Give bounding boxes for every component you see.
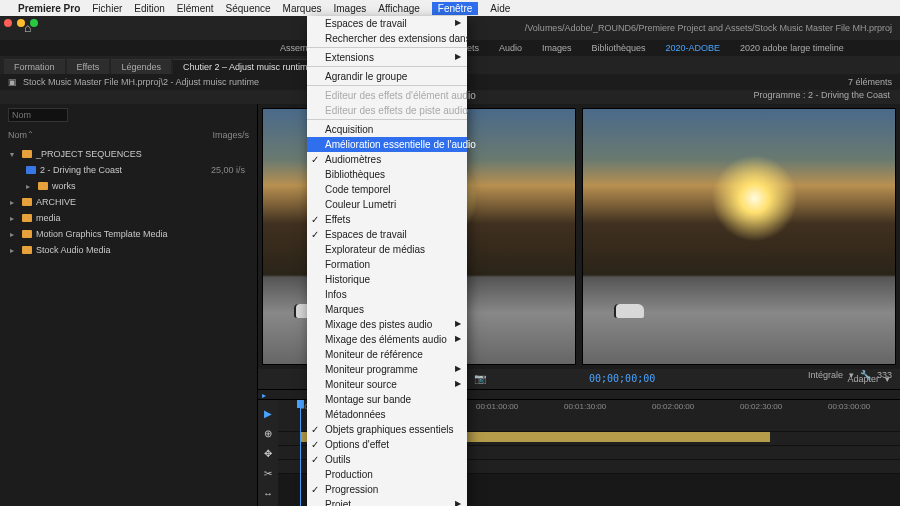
ws-images[interactable]: Images [542, 43, 572, 53]
search-input[interactable] [8, 108, 68, 122]
menu-item[interactable]: Acquisition [307, 122, 467, 137]
menu-item[interactable]: Audiomètres✓ [307, 152, 467, 167]
menu-item[interactable]: Moniteur programme▶ [307, 362, 467, 377]
tree-seq[interactable]: 2 - Driving the Coast25,00 i/s [4, 162, 253, 178]
bin-icon: ▣ [8, 77, 17, 87]
app-name[interactable]: Premiere Pro [18, 3, 80, 14]
menu-item[interactable]: Production [307, 467, 467, 482]
menu-item[interactable]: Métadonnées [307, 407, 467, 422]
menu-item[interactable]: Infos [307, 287, 467, 302]
menu-item[interactable]: Historique [307, 272, 467, 287]
tree-root[interactable]: ▾_PROJECT SEQUENCES [4, 146, 253, 162]
menu-item[interactable]: Mixage des éléments audio▶ [307, 332, 467, 347]
menu-item[interactable]: Options d'effet✓ [307, 437, 467, 452]
menu-fichier[interactable]: Fichier [92, 3, 122, 14]
tab-formation[interactable]: Formation [4, 59, 65, 74]
ws-2020-adobe[interactable]: 2020-ADOBE [666, 43, 721, 53]
column-headers: Nom⌃ Images/s [0, 126, 257, 144]
project-title: Stock Music Master File MH.prproj\2 - Ad… [23, 77, 259, 87]
ws-large-timeline[interactable]: 2020 adobe large timeline [740, 43, 844, 53]
project-path: /Volumes/Adobe/_ROUND6/Premiere Project … [525, 23, 892, 33]
tree-works[interactable]: ▸works [4, 178, 253, 194]
folder-icon [22, 230, 32, 238]
ruler-mark: 00:03:00:00 [828, 402, 870, 411]
menu-item[interactable]: Espaces de travail▶ [307, 16, 467, 31]
tree-archive[interactable]: ▸ARCHIVE [4, 194, 253, 210]
menu-item[interactable]: Outils✓ [307, 452, 467, 467]
ruler-mark: 00:01:30:00 [564, 402, 606, 411]
sequence-icon [26, 166, 36, 174]
menu-affichage[interactable]: Affichage [378, 3, 420, 14]
submenu-arrow-icon: ▶ [455, 379, 461, 388]
selection-tool-icon[interactable]: ▶ [261, 406, 275, 420]
menu-item[interactable]: Amélioration essentielle de l'audio [307, 137, 467, 152]
tree-media[interactable]: ▸media [4, 210, 253, 226]
close-window-icon[interactable] [4, 19, 12, 27]
menu-edition[interactable]: Edition [134, 3, 165, 14]
menu-fenetre[interactable]: Fenêtre [432, 2, 478, 15]
source-scale: Intégrale▾ 🔧 333 [808, 370, 892, 380]
project-panel: Nom⌃ Images/s ▾_PROJECT SEQUENCES 2 - Dr… [0, 104, 258, 506]
playhead-icon[interactable]: ▸ [262, 391, 266, 400]
tree-mogrt[interactable]: ▸Motion Graphics Template Media [4, 226, 253, 242]
ripple-tool-icon[interactable]: ✥ [261, 446, 275, 460]
menu-item[interactable]: Code temporel [307, 182, 467, 197]
slip-tool-icon[interactable]: ↔ [261, 486, 275, 500]
program-tab[interactable]: Programme : 2 - Driving the Coast [753, 90, 890, 100]
submenu-arrow-icon: ▶ [455, 334, 461, 343]
menu-item[interactable]: Extensions▶ [307, 50, 467, 67]
menu-item[interactable]: Explorateur de médias [307, 242, 467, 257]
menu-item[interactable]: Moniteur source▶ [307, 377, 467, 392]
ws-biblio[interactable]: Bibliothèques [592, 43, 646, 53]
col-name[interactable]: Nom [8, 130, 27, 140]
menu-item[interactable]: Formation [307, 257, 467, 272]
ws-audio[interactable]: Audio [499, 43, 522, 53]
menu-item[interactable]: Marques [307, 302, 467, 317]
check-icon: ✓ [311, 484, 319, 495]
integrale-dropdown[interactable]: Intégrale [808, 370, 843, 380]
menu-item[interactable]: Agrandir le groupe [307, 69, 467, 86]
menu-element[interactable]: Elément [177, 3, 214, 14]
submenu-arrow-icon: ▶ [455, 18, 461, 27]
menu-item: Editeur des effets de piste audio [307, 103, 467, 120]
program-monitor[interactable] [582, 108, 896, 365]
folder-icon [22, 214, 32, 222]
project-item-count: 7 éléments [848, 77, 892, 87]
scale-value[interactable]: 333 [877, 370, 892, 380]
razor-tool-icon[interactable]: ✂ [261, 466, 275, 480]
menu-item[interactable]: Montage sur bande [307, 392, 467, 407]
program-timecode[interactable]: 00;00;00;00 [589, 373, 655, 384]
menu-aide[interactable]: Aide [490, 3, 510, 14]
playhead[interactable] [300, 400, 301, 506]
menu-images[interactable]: Images [334, 3, 367, 14]
window-controls [4, 19, 38, 27]
col-rate[interactable]: Images/s [212, 130, 249, 140]
tab-effets[interactable]: Effets [67, 59, 110, 74]
track-select-tool-icon[interactable]: ⊕ [261, 426, 275, 440]
ruler-mark: 00:02:30:00 [740, 402, 782, 411]
wrench-icon[interactable]: 🔧 [860, 370, 871, 380]
menu-item[interactable]: Couleur Lumetri [307, 197, 467, 212]
tab-chutier[interactable]: Chutier 2 – Adjust muisc runtime [173, 59, 323, 74]
menu-item[interactable]: Objets graphiques essentiels✓ [307, 422, 467, 437]
tree-stockaudio[interactable]: ▸Stock Audio Media [4, 242, 253, 258]
menu-item[interactable]: Mixage des pistes audio▶ [307, 317, 467, 332]
menu-sequence[interactable]: Séquence [226, 3, 271, 14]
folder-icon [22, 150, 32, 158]
zoom-window-icon[interactable] [30, 19, 38, 27]
menu-marques[interactable]: Marques [283, 3, 322, 14]
tab-legendes[interactable]: Légendes [111, 59, 171, 74]
menu-item[interactable]: Projet▶ [307, 497, 467, 506]
folder-icon [22, 198, 32, 206]
check-icon: ✓ [311, 439, 319, 450]
minimize-window-icon[interactable] [17, 19, 25, 27]
export-frame-icon[interactable]: 📷 [474, 373, 486, 384]
check-icon: ✓ [311, 229, 319, 240]
check-icon: ✓ [311, 454, 319, 465]
menu-item[interactable]: Bibliothèques [307, 167, 467, 182]
menu-item[interactable]: Moniteur de référence [307, 347, 467, 362]
menu-item[interactable]: Espaces de travail✓ [307, 227, 467, 242]
menu-item[interactable]: Progression✓ [307, 482, 467, 497]
menu-item[interactable]: Rechercher des extensions dans … [307, 31, 467, 48]
menu-item[interactable]: Effets✓ [307, 212, 467, 227]
